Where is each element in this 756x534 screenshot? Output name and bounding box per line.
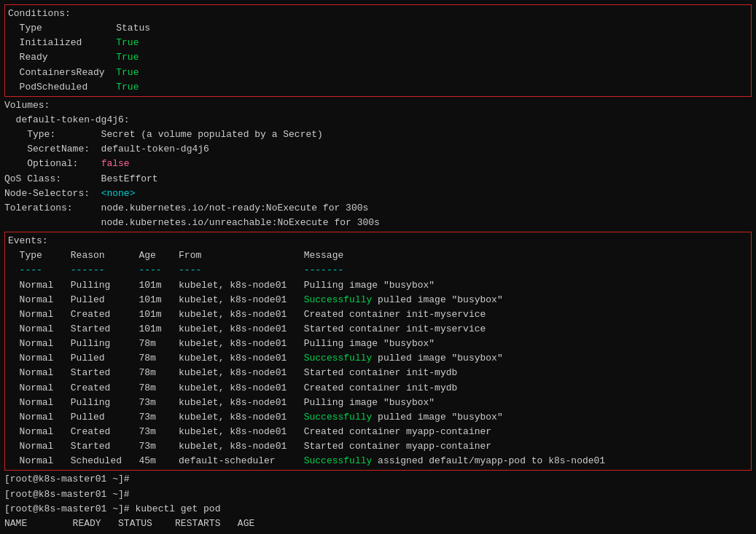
tolerations-line2: node.kubernetes.io/unreachable:NoExecute… (4, 216, 752, 230)
volume-optional: Optional: false (4, 157, 752, 171)
event-row-2: Normal Pulled 101m kubelet, k8s-node01 S… (8, 293, 748, 307)
node-selectors-value: <none> (101, 188, 136, 199)
prompt-3: [root@k8s-master01 ~]# kubectl get pod (4, 502, 752, 517)
event-row-7: Normal Started 78m kubelet, k8s-node01 S… (8, 366, 748, 380)
node-selectors: Node-Selectors: <none> (4, 186, 752, 201)
volume-optional-value: false (101, 158, 130, 169)
conditions-section: Conditions: Type Status Initialized True… (4, 4, 752, 97)
event-row-10: Normal Pulled 73m kubelet, k8s-node01 Su… (8, 410, 748, 425)
event-row-11: Normal Created 73m kubelet, k8s-node01 C… (8, 425, 748, 439)
event-row-5: Normal Pulling 78m kubelet, k8s-node01 P… (8, 337, 748, 351)
condition-pod-scheduled-value: True (116, 82, 139, 93)
volume-name: default-token-dg4j6: (4, 113, 752, 127)
terminal: Conditions: Type Status Initialized True… (0, 0, 756, 534)
condition-initialized: Initialized True (8, 36, 748, 50)
volumes-header: Volumes: (4, 98, 752, 113)
volume-type: Type: Secret (a volume populated by a Se… (4, 127, 752, 142)
tolerations-header: Tolerations: node.kubernetes.io/not-read… (4, 201, 752, 216)
prompt-1: [root@k8s-master01 ~]# (4, 472, 752, 487)
condition-pod-scheduled: PodScheduled True (8, 80, 748, 95)
condition-containers-ready: ContainersReady True (8, 66, 748, 80)
volume-secret-name: SecretName: default-token-dg4j6 (4, 142, 752, 157)
volumes-section: Volumes: default-token-dg4j6: Type: Secr… (4, 98, 752, 230)
events-header: Events: (8, 234, 748, 248)
event-row-12: Normal Started 73m kubelet, k8s-node01 S… (8, 439, 748, 454)
event-row-13: Normal Scheduled 45m default-scheduler S… (8, 454, 748, 468)
conditions-columns: Type Status (8, 21, 748, 36)
condition-ready-value: True (116, 52, 139, 63)
condition-ready: Ready True (8, 50, 748, 65)
events-col-dashes: ---- ------ ---- ---- ------- (8, 263, 748, 278)
prompt-2: [root@k8s-master01 ~]# (4, 487, 752, 502)
event-row-9: Normal Pulling 73m kubelet, k8s-node01 P… (8, 396, 748, 410)
event-row-6: Normal Pulled 78m kubelet, k8s-node01 Su… (8, 351, 748, 366)
condition-initialized-value: True (116, 37, 139, 48)
get-pod-row: myapp-pod 1/1 Running 0 45m (4, 531, 752, 534)
conditions-header: Conditions: (8, 7, 748, 21)
event-row-3: Normal Created 101m kubelet, k8s-node01 … (8, 307, 748, 322)
event-row-4: Normal Started 101m kubelet, k8s-node01 … (8, 322, 748, 337)
qos-class: QoS Class: BestEffort (4, 172, 752, 186)
get-pod-headers: NAME READY STATUS RESTARTS AGE (4, 517, 752, 531)
event-row-8: Normal Created 78m kubelet, k8s-node01 C… (8, 381, 748, 396)
events-section: Events: Type Reason Age From Message ---… (4, 232, 752, 471)
events-col-headers: Type Reason Age From Message (8, 248, 748, 263)
condition-containers-ready-value: True (116, 67, 139, 78)
event-row-1: Normal Pulling 101m kubelet, k8s-node01 … (8, 278, 748, 293)
